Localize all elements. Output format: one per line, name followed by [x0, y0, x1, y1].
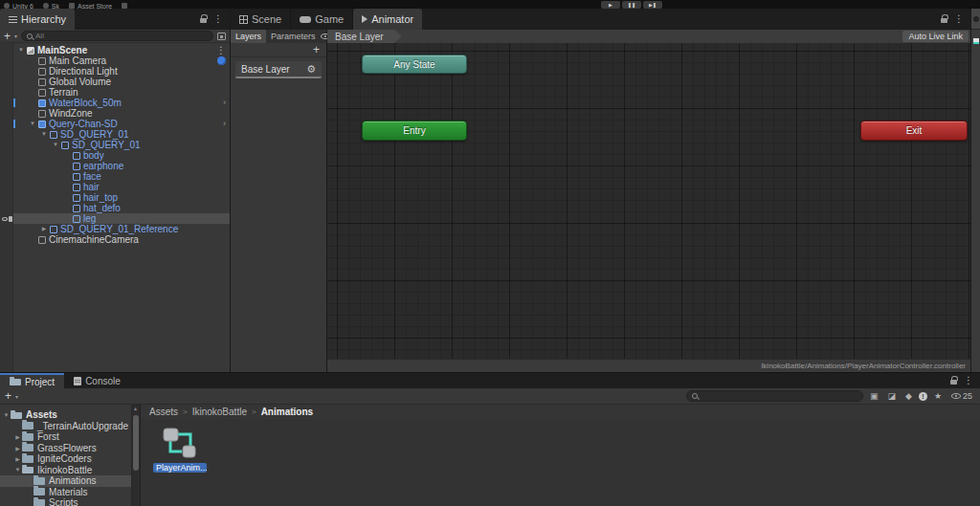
- kebab-menu-icon[interactable]: ⋮: [216, 46, 226, 55]
- visibility-gutter[interactable]: [0, 43, 13, 372]
- inspector-tab-edge[interactable]: [971, 9, 980, 30]
- tab-scene[interactable]: Scene: [231, 9, 291, 30]
- hierarchy-row[interactable]: Terrain: [13, 87, 230, 98]
- disclosure-triangle[interactable]: ▼: [28, 119, 37, 129]
- project-tree-row[interactable]: ▼Assets: [0, 409, 131, 421]
- prefab-open-chevron[interactable]: ›: [223, 99, 226, 107]
- layer-item-base-layer[interactable]: Base Layer ⚙: [235, 61, 322, 78]
- auto-live-link-button[interactable]: Auto Live Link: [902, 31, 969, 42]
- hierarchy-search-input[interactable]: All: [21, 31, 213, 41]
- project-tree-row[interactable]: ▶GrassFlowers: [0, 443, 131, 454]
- add-layer-button[interactable]: +: [313, 44, 320, 55]
- hierarchy-row[interactable]: ▼SD_QUERY_01: [13, 140, 230, 150]
- animator-breadcrumb[interactable]: Base Layer: [327, 30, 402, 43]
- project-tree-row[interactable]: ▶IgniteCoders: [0, 453, 131, 465]
- hierarchy-row[interactable]: Main Camera: [13, 55, 230, 66]
- project-search-input[interactable]: [686, 390, 863, 402]
- hierarchy-row[interactable]: Directional Light: [13, 66, 230, 77]
- package-icon[interactable]: [122, 3, 127, 9]
- hierarchy-row[interactable]: Global Volume: [13, 77, 230, 87]
- disclosure-triangle[interactable]: ▼: [51, 140, 60, 150]
- tab-animator[interactable]: Animator: [353, 9, 422, 30]
- create-asset-button[interactable]: +: [5, 390, 11, 402]
- tab-parameters[interactable]: Parameters: [266, 30, 321, 43]
- hierarchy-row[interactable]: ▶SD_QUERY_01_Reference: [13, 224, 230, 234]
- disclosure-triangle[interactable]: ▶: [39, 224, 49, 234]
- project-tree-row[interactable]: ▼IkinokoBattle: [0, 465, 131, 476]
- asset-grid[interactable]: PlayerAnim...: [141, 419, 980, 506]
- hierarchy-row[interactable]: ▼Query-Chan-SD›: [13, 119, 230, 129]
- prefab-open-chevron[interactable]: ›: [223, 120, 226, 128]
- tab-layers[interactable]: Layers: [231, 30, 266, 43]
- unity-version-menu[interactable]: Unity 6: [4, 3, 33, 10]
- kebab-menu-icon[interactable]: ⋮: [964, 376, 973, 385]
- hierarchy-row[interactable]: WaterBlock_50m›: [13, 98, 230, 108]
- hidden-count[interactable]: 25: [948, 391, 975, 401]
- account-menu[interactable]: Sk: [43, 3, 59, 10]
- pause-button[interactable]: ❚❚: [622, 1, 641, 9]
- project-tree-scrollbar[interactable]: ▲: [131, 405, 140, 506]
- scrollbar-thumb[interactable]: [133, 415, 139, 471]
- state-node-exit[interactable]: Exit: [860, 121, 968, 141]
- filter-by-type-icon[interactable]: ◪: [884, 392, 899, 401]
- project-tree-row[interactable]: ▶Forst: [0, 431, 131, 443]
- disclosure-triangle[interactable]: ▼: [2, 412, 11, 418]
- lock-icon[interactable]: [941, 18, 947, 23]
- lock-icon[interactable]: [950, 380, 957, 385]
- asset-store-menu[interactable]: Asset Store: [69, 3, 112, 10]
- disclosure-triangle[interactable]: ▶: [13, 455, 22, 462]
- hierarchy-row[interactable]: ▼MainScene⋮: [13, 45, 230, 55]
- project-tree-row[interactable]: _TerrainAutoUpgrade: [0, 421, 131, 432]
- tab-game[interactable]: Game: [291, 9, 353, 30]
- disclosure-triangle[interactable]: ▼: [39, 129, 49, 140]
- disclosure-triangle[interactable]: ▼: [13, 467, 22, 473]
- search-in-scope-icon[interactable]: ▣: [867, 392, 881, 401]
- asset-item-animator-controller[interactable]: PlayerAnim...: [152, 426, 208, 473]
- pick-icon[interactable]: [9, 216, 12, 222]
- step-button[interactable]: ▶❚: [643, 1, 662, 9]
- filter-by-label-icon[interactable]: ◆: [902, 392, 915, 401]
- create-button[interactable]: +: [4, 31, 11, 42]
- breadcrumb-item[interactable]: Animations: [261, 407, 313, 417]
- eye-icon[interactable]: [2, 217, 8, 221]
- gameobject-icon: [38, 89, 46, 97]
- hierarchy-row[interactable]: face: [13, 171, 230, 182]
- hierarchy-row[interactable]: body: [13, 150, 230, 161]
- kebab-menu-icon[interactable]: ⋮: [954, 14, 964, 24]
- tab-hierarchy[interactable]: Hierarchy: [0, 9, 75, 30]
- hierarchy-row[interactable]: ▼SD_QUERY_01: [13, 129, 230, 140]
- favorite-star-icon[interactable]: ★: [931, 392, 945, 401]
- info-icon[interactable]: !: [919, 392, 927, 401]
- hierarchy-row[interactable]: hair: [13, 182, 230, 192]
- disclosure-triangle[interactable]: ▶: [13, 445, 22, 451]
- gear-icon[interactable]: ⚙: [306, 64, 316, 75]
- lock-icon[interactable]: [200, 18, 207, 23]
- row-visibility-toggles[interactable]: [0, 213, 13, 224]
- create-dropdown-icon[interactable]: ▾: [14, 33, 17, 39]
- state-node-any-state[interactable]: Any State: [362, 55, 467, 74]
- hierarchy-row[interactable]: earphone: [13, 161, 230, 171]
- project-tree-row[interactable]: Scripts: [0, 497, 131, 506]
- hierarchy-row[interactable]: leg: [13, 213, 230, 224]
- project-tree-row[interactable]: Animations: [0, 475, 131, 487]
- hierarchy-row[interactable]: CinemachineCamera: [13, 234, 230, 245]
- tab-console[interactable]: Console: [64, 373, 130, 388]
- animator-canvas[interactable]: Any StateEntryExit: [327, 43, 970, 359]
- breadcrumb-item[interactable]: Assets: [149, 407, 178, 417]
- console-icon: [74, 377, 81, 385]
- scene-picking-icon[interactable]: [217, 33, 226, 40]
- camera-overlay-icon[interactable]: [217, 56, 226, 65]
- create-asset-dropdown-icon[interactable]: ▾: [15, 393, 18, 400]
- hierarchy-row[interactable]: WindZone: [13, 108, 230, 119]
- tab-project[interactable]: Project: [0, 373, 64, 388]
- hierarchy-row[interactable]: hair_top: [13, 192, 230, 203]
- state-node-entry[interactable]: Entry: [362, 121, 467, 141]
- project-tree-row[interactable]: Materials: [0, 487, 131, 498]
- disclosure-triangle[interactable]: ▼: [16, 45, 26, 55]
- hierarchy-row[interactable]: hat_defo: [13, 203, 230, 213]
- play-button[interactable]: ▶: [601, 1, 620, 9]
- kebab-menu-icon[interactable]: ⋮: [213, 14, 223, 24]
- scroll-up-icon[interactable]: ▲: [133, 406, 138, 411]
- disclosure-triangle[interactable]: ▶: [13, 433, 22, 440]
- breadcrumb-item[interactable]: IkinokoBattle: [192, 407, 247, 417]
